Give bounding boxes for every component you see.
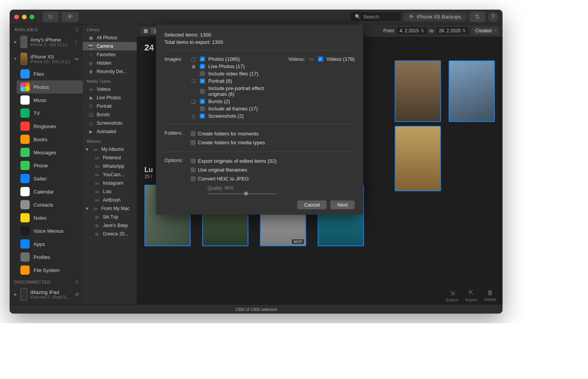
date-to-field[interactable]: 28. 2.2020⇅ [437, 27, 469, 34]
library-item-instagram[interactable]: ▭Instagram [83, 179, 137, 187]
library-item-label: YouCam... [103, 172, 124, 177]
device-imazing-ipad[interactable]: ▶ iMazing iPad iPad mini 2 - iPadOS... ↺ [10, 286, 83, 303]
next-button[interactable]: Next [330, 200, 355, 209]
disclosure-icon[interactable]: ▶ [13, 292, 17, 296]
library-item-bursts[interactable]: ❏Bursts [83, 110, 137, 119]
portrait-checkbox[interactable]: ✓ [200, 78, 205, 83]
refresh-button[interactable]: ↻ [43, 12, 59, 22]
library-item-label: Animated [97, 129, 116, 134]
convert-heic-checkbox[interactable]: ✓ [191, 176, 196, 181]
stepper-icon[interactable]: ⇅ [420, 28, 424, 33]
app-item-tv[interactable]: TV [17, 107, 83, 120]
library-item-videos[interactable]: ▭Videos [83, 85, 137, 93]
folders-moments-checkbox[interactable]: ✓ [191, 131, 196, 136]
app-item-voice-memos[interactable]: Voice Memos [17, 224, 83, 237]
app-label: Books [34, 137, 47, 142]
app-item-files[interactable]: Files [17, 67, 83, 80]
library-item-greece-20-[interactable]: ◎Greece 20... [83, 230, 137, 238]
library-item-favorites[interactable]: ♡Favorites [83, 50, 137, 59]
library-item-jane-s-bday[interactable]: ◎Jane's Bday [83, 221, 137, 230]
disclosure-icon[interactable]: ▼ [13, 57, 17, 61]
library-item-my-albums[interactable]: ▼▭My Albums [83, 145, 137, 154]
cancel-button[interactable]: Cancel [297, 200, 327, 209]
disclosure-icon[interactable]: ▼ [84, 147, 90, 152]
videos-checkbox[interactable]: ✓ [318, 57, 323, 62]
app-item-calendar[interactable]: Calendar [17, 185, 83, 198]
photo-thumb[interactable] [449, 60, 495, 122]
maximize-icon[interactable] [30, 15, 34, 19]
photos-checkbox[interactable]: ✓ [200, 57, 205, 62]
app-item-apps[interactable]: Apps [17, 237, 83, 250]
live-checkbox[interactable]: ✓ [200, 64, 205, 69]
status-text: 1300 of 1300 selected [235, 307, 277, 312]
library-item-airbrush[interactable]: ▭AirBrush [83, 196, 137, 204]
library-item-pinterest[interactable]: ▭Pinterest [83, 154, 137, 162]
original-filenames-checkbox[interactable]: ✓ [191, 167, 196, 172]
disclosure-icon[interactable]: ▶ [13, 40, 17, 44]
photo-thumb[interactable] [395, 60, 441, 122]
library-item-animated[interactable]: ▶Animated [83, 127, 137, 136]
help-button[interactable]: ? [488, 12, 498, 22]
library-item-from-my-mac[interactable]: ▼▭From My Mac [83, 204, 137, 213]
quicklook-button[interactable]: 👁 [62, 12, 79, 22]
transfer-button[interactable]: ⇅ [469, 12, 485, 22]
convert-heic-option: Convert HEIC to JPEG [198, 176, 249, 182]
portrait-option: Portrait (6) [208, 78, 280, 84]
library-item-hidden[interactable]: ◎Hidden [83, 59, 137, 67]
library-item-live-photos[interactable]: ◉Live Photos [83, 93, 137, 102]
app-item-notes[interactable]: Notes [17, 211, 83, 224]
app-item-safari[interactable]: Safari [17, 172, 83, 185]
app-item-phone[interactable]: Phone [17, 159, 83, 172]
stepper-icon[interactable]: ⇅ [462, 28, 466, 33]
live-sub-checkbox[interactable]: ✓ [200, 71, 205, 76]
disclosure-icon[interactable]: ▼ [84, 206, 90, 211]
library-item-icon: ♡ [88, 52, 94, 57]
import-icon: ⇱ [465, 289, 477, 297]
export-originals-checkbox[interactable]: ✓ [191, 159, 196, 164]
library-item-all-photos[interactable]: ▦All Photos [83, 33, 137, 42]
library-item-label: Jane's Bday [103, 223, 128, 228]
device-amys-iphone[interactable]: ▶ Amy's iPhone iPhone X - iOS 13.3.1 ☾ [10, 33, 83, 50]
app-label: Notes [34, 215, 47, 221]
app-label: TV [34, 110, 40, 116]
titlebar-search[interactable]: 🔍 Search [351, 12, 401, 21]
folders-types-checkbox[interactable]: ✓ [191, 140, 196, 145]
portrait-sub-checkbox[interactable]: ✓ [200, 89, 205, 94]
library-item-whatsapp[interactable]: ▭WhatsApp [83, 162, 137, 170]
library-item-portrait[interactable]: ⬡Portrait [83, 102, 137, 110]
app-item-messages[interactable]: Messages [17, 146, 83, 159]
close-icon[interactable] [14, 15, 19, 19]
screenshots-checkbox[interactable]: ✓ [200, 114, 205, 119]
sort-select[interactable]: Created [471, 27, 499, 35]
library-item-icon: ◉ [88, 95, 94, 100]
bursts-sub-checkbox[interactable]: ✓ [200, 106, 205, 111]
minimize-icon[interactable] [22, 15, 27, 19]
app-item-ringtones[interactable]: Ringtones [17, 120, 83, 133]
library-item-ski-trip[interactable]: ◎Ski Trip [83, 213, 137, 221]
app-item-profiles[interactable]: Profiles [17, 250, 83, 264]
photo-thumb[interactable] [395, 126, 441, 191]
library-item-recently-del-[interactable]: 🗑Recently Del... [83, 67, 137, 76]
view-large-icon[interactable]: ▦ [141, 27, 151, 35]
library-item-icon: ▭ [94, 164, 100, 169]
bursts-checkbox[interactable]: ✓ [200, 99, 205, 104]
date-from-field[interactable]: 4. 2.2015⇅ [397, 27, 427, 34]
delete-button[interactable]: 🗑Delete [484, 289, 496, 302]
app-item-contacts[interactable]: Contacts [17, 198, 83, 211]
library-item-screenshots[interactable]: ▢Screenshots [83, 119, 137, 127]
device-iphone-xs[interactable]: ▼ iPhone XS iPhone XS - iOS 13.3.1 ⇋ [10, 50, 83, 67]
available-header: AVAILABLE 2 [10, 24, 83, 33]
import-button[interactable]: ⇱Import [465, 289, 477, 302]
app-item-music[interactable]: Music [17, 93, 83, 107]
titlebar: ↻ 👁 🔍 Search ⟳ iPhone XS Backups ⇅ ? [10, 10, 503, 24]
library-item-lulu[interactable]: ▭Lulu [83, 187, 137, 196]
quality-slider[interactable] [208, 193, 277, 194]
backups-button[interactable]: ⟳ iPhone XS Backups [404, 12, 466, 21]
app-item-photos[interactable]: Photos [17, 80, 83, 93]
export-button[interactable]: ⇲Export [446, 289, 458, 302]
app-item-file-system[interactable]: File System [17, 264, 83, 277]
library-item-label: Favorites [97, 52, 116, 57]
app-item-books[interactable]: Books [17, 133, 83, 146]
library-item-camera[interactable]: 📷Camera [83, 42, 137, 50]
library-item-youcam-[interactable]: ▭YouCam... [83, 170, 137, 179]
